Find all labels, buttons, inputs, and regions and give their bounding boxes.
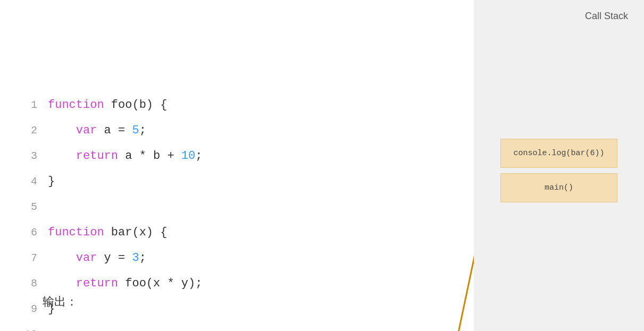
line-content: function bar(x) { — [48, 220, 167, 245]
token-plain — [48, 143, 76, 169]
token-punc: = — [118, 118, 125, 143]
code-line-8: 8 return foo(x * y); — [21, 271, 463, 296]
token-punc: = — [118, 245, 125, 271]
stack-item: main() — [500, 173, 617, 202]
code-line-10: 10 — [21, 322, 463, 331]
line-number: 7 — [21, 245, 37, 271]
code-line-4: 4} — [21, 169, 463, 194]
token-plain: } — [48, 169, 55, 194]
token-plain: a — [97, 118, 118, 143]
line-content: return a * b + 10; — [48, 143, 202, 169]
output-section: 输出： — [43, 294, 78, 310]
code-line-1: 1function foo(b) { — [21, 92, 463, 118]
line-number: 8 — [21, 271, 37, 296]
token-num: 10 — [181, 143, 195, 169]
line-number: 1 — [21, 92, 37, 118]
line-number: 4 — [21, 169, 37, 194]
token-plain — [125, 245, 132, 271]
code-block: 1function foo(b) {2 var a = 5;3 return a… — [21, 16, 463, 331]
line-content: } — [48, 169, 55, 194]
token-plain: y — [97, 245, 118, 271]
line-content: return foo(x * y); — [48, 271, 202, 296]
token-plain — [125, 118, 132, 143]
token-plain: * b + — [139, 143, 181, 169]
code-line-2: 2 var a = 5; — [21, 118, 463, 143]
code-panel: 1function foo(b) {2 var a = 5;3 return a… — [0, 0, 474, 331]
code-line-6: 6function bar(x) { — [21, 220, 463, 245]
token-kw: function — [48, 220, 104, 245]
token-kw: var — [76, 245, 97, 271]
output-label: 输出： — [43, 295, 78, 308]
call-stack-title: Call Stack — [585, 11, 628, 22]
token-plain: bar(x) { — [104, 220, 168, 245]
token-plain: ; — [195, 143, 202, 169]
line-content: var y = 3; — [48, 245, 146, 271]
line-number: 6 — [21, 220, 37, 245]
token-num: 5 — [132, 118, 139, 143]
token-kw: return — [76, 143, 118, 169]
token-plain — [48, 271, 76, 296]
token-kw: return — [76, 271, 118, 296]
code-line-3: 3 return a * b + 10; — [21, 143, 463, 169]
stack-item: console.log(bar(6)) — [500, 139, 617, 168]
call-stack-items: console.log(bar(6))main() — [484, 139, 633, 202]
token-plain: foo(b) { — [104, 92, 168, 118]
line-number: 10 — [21, 322, 37, 331]
token-kw: function — [48, 92, 104, 118]
line-number: 3 — [21, 143, 37, 169]
token-plain — [48, 118, 76, 143]
token-plain — [48, 245, 76, 271]
token-plain: a — [118, 143, 139, 169]
token-num: 3 — [132, 245, 139, 271]
code-line-5: 5 — [21, 194, 463, 220]
line-content: var a = 5; — [48, 118, 146, 143]
token-plain: foo(x * y); — [118, 271, 202, 296]
right-panel: Call Stack console.log(bar(6))main() — [474, 0, 644, 331]
token-plain: ; — [139, 245, 146, 271]
token-kw: var — [76, 118, 97, 143]
token-plain: ; — [139, 118, 146, 143]
line-number: 5 — [21, 194, 37, 220]
line-content: function foo(b) { — [48, 92, 167, 118]
code-line-7: 7 var y = 3; — [21, 245, 463, 271]
line-number: 2 — [21, 118, 37, 143]
code-line-9: 9} — [21, 296, 463, 322]
line-number: 9 — [21, 296, 37, 322]
